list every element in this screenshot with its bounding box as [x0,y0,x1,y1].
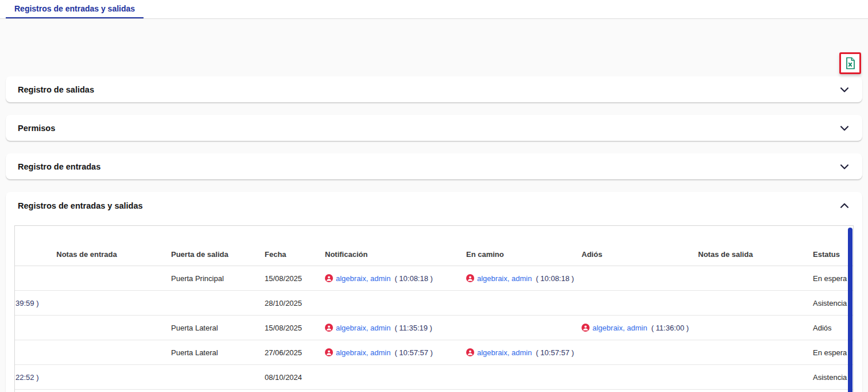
timestamp: ( 11:35:19 ) [394,324,432,332]
column-header-notas-entrada[interactable]: Notas de entrada [15,226,162,266]
adios-cell [572,266,689,291]
panel-registro-de-salidas: Registro de salidas [6,76,862,102]
timestamp: ( 11:36:00 ) [651,324,689,332]
en-camino-cell [457,365,572,390]
panel-permisos: Permisos [6,115,862,141]
notas-salida-cell [689,340,804,365]
chevron-down-icon[interactable] [838,160,851,173]
notificacion-cell [316,365,457,390]
tab-registros-entradas-salidas[interactable]: Registros de entradas y salidas [6,0,144,18]
tab-bar: Registros de entradas y salidas [0,0,868,19]
column-header-adios[interactable]: Adiós [572,226,689,266]
table-row[interactable]: 22:52 ) 08/10/2024 Asistencia [15,365,853,390]
panel-registros-entradas-salidas: Registros de entradas y salidas Notas de… [6,192,862,392]
person-icon [325,324,333,332]
export-excel-button[interactable] [839,52,861,74]
column-header-notificacion[interactable]: Notificación [316,226,457,266]
notas-salida-cell [689,365,804,390]
table-row[interactable]: Puerta Principal 15/08/2025 algebraix, a… [15,266,853,291]
puerta-salida-cell [162,365,255,390]
en-camino-cell [457,291,572,316]
puerta-salida-cell: Puerta Lateral [162,340,255,365]
person-icon [325,274,333,282]
person-icon [466,274,474,282]
notificacion-cell: algebraix, admin ( 10:57:57 ) [316,340,457,365]
notas-entrada-cell: 39:59 ) [15,291,162,316]
column-header-en-camino[interactable]: En camino [457,226,572,266]
estatus-cell: Asistencia [804,291,853,316]
chevron-down-icon[interactable] [838,122,851,134]
toolbar [0,19,868,76]
panel-title: Registro de salidas [18,85,94,94]
person-icon [325,348,333,356]
notas-salida-cell [689,266,804,291]
excel-file-icon [843,56,857,70]
records-table-container: Notas de entrada Puerta de salida Fecha … [14,225,854,392]
column-header-estatus[interactable]: Estatus [804,226,853,266]
timestamp: ( 10:57:57 ) [536,348,574,357]
person-icon [466,348,474,356]
puerta-salida-cell: Puerta Lateral [162,316,255,340]
chevron-down-icon[interactable] [838,83,851,96]
notas-salida-cell [689,291,804,316]
user-link[interactable]: algebraix, admin [336,274,390,283]
vertical-scrollbar[interactable] [848,228,852,392]
notas-entrada-cell [15,316,162,340]
entrada-time-tail: 39:59 ) [16,299,38,308]
notas-salida-cell [689,316,804,340]
panel-header-permisos[interactable]: Permisos [6,115,862,141]
en-camino-cell: algebraix, admin ( 10:08:18 ) [457,266,572,291]
table-row[interactable]: Puerta Lateral 27/06/2025 algebraix, adm… [15,340,853,365]
notas-entrada-cell [15,266,162,291]
panel-title: Registros de entradas y salidas [18,201,143,210]
estatus-cell: En espera [804,266,853,291]
user-link[interactable]: algebraix, admin [477,274,532,283]
adios-cell: algebraix, admin ( 11:36:00 ) [572,316,689,340]
notificacion-cell: algebraix, admin ( 11:35:19 ) [316,316,457,340]
panel-title: Registro de entradas [18,162,100,171]
fecha-cell: 08/10/2024 [255,365,316,390]
chevron-up-icon[interactable] [838,199,851,212]
adios-cell [572,365,689,390]
en-camino-cell [457,316,572,340]
column-header-notas-salida[interactable]: Notas de salida [689,226,804,266]
adios-cell [572,340,689,365]
fecha-cell: 28/10/2025 [255,291,316,316]
puerta-salida-cell: Puerta Principal [162,266,255,291]
user-link[interactable]: algebraix, admin [592,324,647,332]
notificacion-cell: algebraix, admin ( 10:08:18 ) [316,266,457,291]
user-link[interactable]: algebraix, admin [336,348,390,357]
en-camino-cell: algebraix, admin ( 10:57:57 ) [457,340,572,365]
puerta-salida-cell [162,291,255,316]
column-header-puerta-salida[interactable]: Puerta de salida [162,226,255,266]
panel-header-registros-entradas-salidas[interactable]: Registros de entradas y salidas [6,192,862,220]
person-icon [582,324,590,332]
panel-title: Permisos [18,124,55,133]
notificacion-cell [316,291,457,316]
user-link[interactable]: algebraix, admin [477,348,532,357]
timestamp: ( 10:57:57 ) [394,348,433,357]
user-link[interactable]: algebraix, admin [336,324,390,332]
estatus-cell: Asistencia [804,365,853,390]
panel-registro-de-entradas: Registro de entradas [6,153,862,179]
fecha-cell: 15/08/2025 [255,316,316,340]
panel-header-registro-de-entradas[interactable]: Registro de entradas [6,153,862,179]
notas-entrada-cell [15,340,162,365]
estatus-cell: Adiós [804,316,853,340]
tab-label: Registros de entradas y salidas [14,4,135,13]
column-header-fecha[interactable]: Fecha [255,226,316,266]
estatus-cell: En espera [804,340,853,365]
fecha-cell: 15/08/2025 [255,266,316,291]
table-row[interactable]: 39:59 ) 28/10/2025 Asistencia [15,291,853,316]
panel-header-registro-de-salidas[interactable]: Registro de salidas [6,76,862,102]
adios-cell [572,291,689,316]
timestamp: ( 10:08:18 ) [536,274,574,283]
fecha-cell: 27/06/2025 [255,340,316,365]
table-row[interactable]: Puerta Lateral 15/08/2025 algebraix, adm… [15,316,853,340]
timestamp: ( 10:08:18 ) [394,274,433,283]
notas-entrada-cell: 22:52 ) [15,365,162,390]
table-header-row: Notas de entrada Puerta de salida Fecha … [15,226,853,266]
entrada-time-tail: 22:52 ) [16,373,38,382]
